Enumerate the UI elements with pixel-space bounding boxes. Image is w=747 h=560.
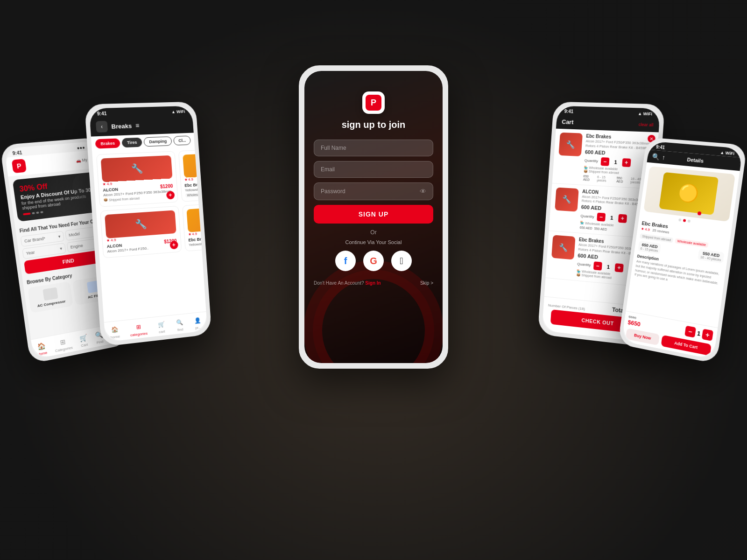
status-icons-5: ▲ WiFi — [720, 150, 735, 156]
detail-qty-control: − 1 + — [684, 326, 713, 341]
product-brand-4: Ebc Brakes — [188, 236, 207, 242]
google-button[interactable]: G — [363, 251, 384, 271]
social-icons: f G  — [314, 251, 433, 271]
status-time: 9:41 — [12, 150, 22, 156]
brake-image-1: 🔧 — [101, 155, 172, 182]
product-brand-3: ALCON — [106, 243, 122, 249]
skip-link[interactable]: Skip > — [420, 280, 433, 286]
qty-increase-3[interactable]: + — [614, 263, 623, 273]
product-grid: 🔧 ★ 4.9 ALCON $1200 Alcon 2017+ Ford F25… — [92, 147, 202, 261]
qty-decrease-2[interactable]: − — [597, 213, 606, 222]
dot-indicator-active — [698, 211, 702, 216]
tier-1: 650 AED 6 - 15 pieces — [638, 241, 661, 254]
nav-categories[interactable]: ⊞ Categories — [54, 336, 73, 353]
cart-item-img-1: 🔧 — [558, 133, 583, 156]
profile-icon-2: 👤 — [193, 316, 202, 325]
status-icons-4: ▲ WiFi — [638, 111, 653, 116]
qty-value-1: 1 — [612, 159, 620, 165]
add-product-1[interactable]: + — [166, 191, 175, 200]
filter-icon[interactable]: ≡ — [135, 122, 139, 129]
img-dot-2[interactable] — [683, 219, 686, 222]
phone-categories: 9:41 ▲ WiFi ‹ Breaks ≡ Brakes Tires Damp… — [85, 102, 212, 347]
nav2-find[interactable]: 🔍 find — [176, 318, 184, 332]
status-icons-2: ▲ WiFi — [171, 109, 185, 114]
password-input[interactable]: Password 👁 — [314, 182, 433, 200]
app-logo: P — [12, 159, 27, 173]
nav2-categories[interactable]: ⊞ categories — [129, 322, 148, 337]
no-account-text: Don't Have An Account? Sign In — [314, 280, 381, 286]
nav-home[interactable]: 🏠 Home — [35, 341, 48, 357]
tab-damping[interactable]: Damping — [144, 136, 172, 147]
qty-decrease-3[interactable]: − — [593, 261, 602, 271]
find-icon-2: 🔍 — [176, 318, 184, 327]
share-icon-detail[interactable]: ↑ — [662, 154, 666, 161]
product-brand-1: ALCON — [103, 187, 118, 192]
nav2-profile[interactable]: 👤 pr... — [193, 316, 202, 330]
qty-value-detail: 1 — [697, 329, 701, 337]
back-button[interactable]: ‹ — [96, 121, 108, 133]
product-card-3[interactable]: 🔧 ★ 4.9 ALCON $1200 Alcon 2017+ Ford F25… — [100, 206, 182, 258]
img-dot-3[interactable] — [687, 219, 691, 223]
signup-form: P sign up to join Full Name Email Passwo… — [304, 91, 443, 286]
details-header-icons: 🔍 ↑ — [652, 153, 666, 161]
nav-cart[interactable]: 🛒 Cart — [79, 333, 89, 348]
social-text: Continue Via Your Social — [314, 239, 433, 245]
compressor-icon — [42, 287, 58, 301]
qty-increase-2[interactable]: + — [618, 214, 627, 223]
email-input[interactable]: Email — [314, 161, 433, 178]
home-icon: 🏠 — [36, 341, 46, 351]
categories-icon: ⊞ — [58, 337, 68, 347]
details-title: Details — [687, 157, 704, 164]
cart-icon: 🛒 — [79, 333, 88, 343]
product-card-1[interactable]: 🔧 ★ 4.9 ALCON $1200 Alcon 2017+ Ford F25… — [96, 151, 178, 207]
qty-decrease-1[interactable]: − — [600, 157, 609, 166]
qty-decrease-detail[interactable]: − — [684, 326, 696, 338]
qty-value-3: 1 — [605, 264, 613, 270]
product-price-1: $1200 — [160, 183, 173, 189]
phone-signup: 9:41 ▲▲▲ P sign up to join Full Name Ema… — [299, 65, 448, 369]
tab-other[interactable]: Cl... — [173, 136, 191, 146]
spacer — [726, 163, 736, 164]
cart-item-img-2: 🔧 — [555, 187, 579, 211]
category-item-compressor[interactable]: AC Compressor — [28, 281, 73, 313]
password-toggle-icon[interactable]: 👁 — [420, 188, 426, 195]
signup-footer: Don't Have An Account? Sign In Skip > — [314, 280, 433, 286]
cart-title: Cart — [562, 119, 574, 126]
category-title: Breaks — [111, 122, 132, 130]
signup-logo-inner: P — [366, 95, 381, 111]
img-dot-1[interactable] — [678, 218, 682, 222]
qty-value-2: 1 — [608, 215, 616, 221]
cart-icon-2: 🛒 — [157, 320, 166, 329]
detail-price-section: $650 $650 — [627, 315, 641, 328]
or-divider: Or — [314, 229, 433, 236]
nav2-home[interactable]: 🏠 home — [110, 325, 120, 340]
signup-logo: P — [362, 91, 385, 114]
fullname-input[interactable]: Full Name — [314, 140, 433, 156]
facebook-button[interactable]: f — [335, 251, 356, 271]
tab-tires[interactable]: Tires — [121, 138, 142, 148]
compressor-label: AC Compressor — [37, 299, 66, 308]
product-detail-image: 🟡 — [643, 166, 735, 222]
tier-2: 550 AED 16 - 40 pieces — [698, 249, 724, 264]
buy-now-button[interactable]: Buy Now — [626, 328, 660, 345]
apple-button[interactable]:  — [391, 251, 412, 271]
signup-title: sign up to join — [314, 119, 433, 130]
status-time-2: 9:41 — [97, 111, 107, 117]
categories-icon-2: ⊞ — [134, 322, 143, 332]
qty-increase-detail[interactable]: + — [702, 329, 713, 341]
brake-pad-visual: 🟡 — [659, 172, 719, 215]
search-icon-detail[interactable]: 🔍 — [652, 153, 660, 161]
qty-increase-1[interactable]: + — [622, 158, 631, 167]
signup-button[interactable]: SIGN UP — [314, 205, 433, 224]
nav2-cart[interactable]: 🛒 cart — [157, 320, 166, 334]
clear-all-button[interactable]: clear all — [639, 122, 654, 127]
sign-in-link[interactable]: Sign In — [365, 280, 381, 286]
tab-brakes[interactable]: Brakes — [95, 138, 120, 148]
home-icon-2: 🏠 — [110, 325, 120, 334]
details-content: 🟡 Ebc Brakes ★ 4.9 25 reviews Shipped fr… — [630, 162, 740, 295]
cart-item-img-3: 🔧 — [551, 235, 576, 259]
